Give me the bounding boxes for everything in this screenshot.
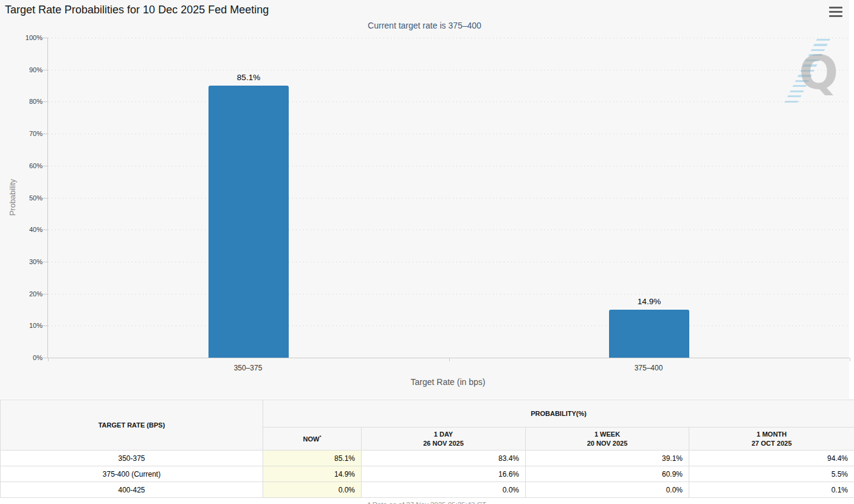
gridline [48, 198, 850, 199]
y-tick-label: 10% [29, 322, 43, 329]
probability-bar-350–375[interactable] [208, 86, 289, 358]
x-axis-labels: 350–375375–400 [47, 364, 849, 373]
gridline [48, 230, 850, 230]
col-header-1-month: 1 MONTH27 OCT 2025 [689, 427, 854, 451]
y-axis-tick [43, 70, 47, 70]
col-header-now: NOW* [263, 427, 362, 451]
chart-subtitle: Current target rate is 375–400 [0, 21, 849, 30]
y-axis-labels: 0%10%20%30%40%50%60%70%80%90%100% [0, 38, 43, 358]
gridline [48, 70, 850, 70]
x-category-label: 350–375 [199, 364, 297, 372]
col-header-1-day: 1 DAY26 NOV 2025 [362, 427, 526, 451]
month-value: 5.5% [689, 466, 854, 482]
x-category-label: 375–400 [600, 364, 697, 372]
y-axis-tick [43, 166, 47, 166]
chart-title: Target Rate Probabilities for 10 Dec 202… [5, 4, 269, 16]
gridline [48, 134, 850, 134]
gridline [48, 38, 850, 38]
y-axis-tick [43, 134, 47, 134]
rate-label: 400-425 [1, 482, 263, 498]
day-value: 0.0% [362, 482, 526, 498]
week-value: 60.9% [526, 466, 689, 482]
col-header-probability: PROBABILITY(%) [263, 400, 854, 427]
y-axis-tick [43, 198, 47, 199]
gridline [48, 262, 850, 262]
x-axis-tick [449, 358, 450, 361]
gridline [48, 101, 850, 102]
now-value: 85.1% [263, 451, 362, 466]
plot-area: 85.1%14.9% [47, 38, 850, 358]
table-row: 350-375 85.1% 83.4% 39.1% 94.4% [1, 451, 854, 466]
x-axis-tick [48, 358, 49, 361]
y-axis-tick [43, 38, 47, 38]
gridline [48, 294, 850, 295]
y-tick-label: 60% [29, 162, 43, 169]
y-tick-label: 70% [29, 130, 43, 137]
x-axis-tick [850, 358, 850, 361]
y-axis-tick [43, 230, 47, 230]
y-tick-label: 0% [33, 354, 43, 361]
table-row: 375-400 (Current) 14.9% 16.6% 60.9% 5.5% [1, 466, 854, 482]
y-axis-tick [43, 358, 47, 358]
week-value: 39.1% [526, 451, 689, 466]
now-value: 0.0% [263, 482, 362, 498]
y-tick-label: 90% [29, 66, 43, 73]
y-axis-tick [43, 294, 47, 295]
col-header-1-week: 1 WEEK20 NOV 2025 [526, 427, 689, 451]
month-value: 94.4% [689, 451, 854, 466]
day-value: 83.4% [362, 451, 526, 466]
week-value: 0.0% [526, 482, 689, 498]
probability-table-section: TARGET RATE (BPS) PROBABILITY(%) NOW* 1 … [0, 400, 854, 504]
month-value: 0.1% [689, 482, 854, 498]
fedwatch-chart-panel: Target Rate Probabilities for 10 Dec 202… [0, 0, 849, 399]
data-as-of-footnote: * Data as of 27 Nov 2025 05:25:43 CT [0, 498, 854, 504]
col-header-target-rate: TARGET RATE (BPS) [1, 400, 263, 451]
y-tick-label: 40% [29, 226, 43, 233]
rate-label: 350-375 [1, 451, 263, 466]
day-value: 16.6% [362, 466, 526, 482]
y-tick-label: 20% [29, 290, 43, 298]
gridline [48, 166, 850, 166]
now-value: 14.9% [263, 466, 362, 482]
bar-data-label: 85.1% [206, 73, 291, 82]
y-tick-label: 100% [26, 34, 43, 41]
y-axis-tick [43, 325, 47, 326]
rate-label: 375-400 (Current) [1, 466, 263, 482]
probability-bar-375–400[interactable] [609, 310, 689, 358]
y-tick-label: 50% [29, 194, 43, 202]
y-axis-tick [43, 101, 47, 102]
y-tick-label: 30% [29, 258, 43, 265]
probability-table: TARGET RATE (BPS) PROBABILITY(%) NOW* 1 … [0, 400, 854, 498]
bar-data-label: 14.9% [607, 297, 692, 306]
x-axis-title: Target Rate (in bps) [411, 377, 486, 387]
hamburger-menu-icon[interactable] [829, 7, 842, 17]
y-tick-label: 80% [29, 98, 43, 105]
y-axis-tick [43, 262, 47, 262]
table-row: 400-425 0.0% 0.0% 0.0% 0.1% [1, 482, 854, 498]
gridline [48, 325, 850, 326]
